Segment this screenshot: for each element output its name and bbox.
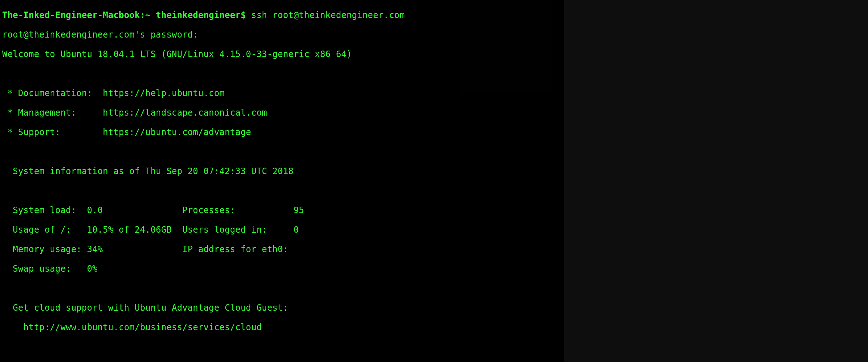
- local-prompt: The-Inked-Engineer-Macbook:~ theinkedeng…: [2, 10, 251, 20]
- mgmt-line: * Management: https://landscape.canonica…: [2, 108, 562, 118]
- support-line: * Support: https://ubuntu.com/advantage: [2, 128, 562, 137]
- password-prompt: root@theinkedengineer.com's password:: [2, 30, 562, 40]
- welcome-line: Welcome to Ubuntu 18.04.1 LTS (GNU/Linux…: [2, 49, 562, 59]
- doc-line: * Documentation: https://help.ubuntu.com: [2, 89, 562, 98]
- cmd-ssh: ssh root@theinkedengineer.com: [251, 10, 405, 20]
- cloud-line: Get cloud support with Ubuntu Advantage …: [2, 303, 562, 313]
- sysinfo-row: Memory usage: 34% IP address for eth0:: [2, 245, 562, 254]
- terminal-line: The-Inked-Engineer-Macbook:~ theinkedeng…: [2, 10, 562, 20]
- sysinfo-row: Swap usage: 0%: [2, 264, 562, 274]
- sysinfo-row: System load: 0.0 Processes: 95: [2, 206, 562, 215]
- sysinfo-row: Usage of /: 10.5% of 24.06GB Users logge…: [2, 225, 562, 235]
- terminal-window[interactable]: The-Inked-Engineer-Macbook:~ theinkedeng…: [0, 0, 564, 362]
- sysinfo-header: System information as of Thu Sep 20 07:4…: [2, 167, 562, 176]
- cloud-url: http://www.ubuntu.com/business/services/…: [2, 323, 562, 332]
